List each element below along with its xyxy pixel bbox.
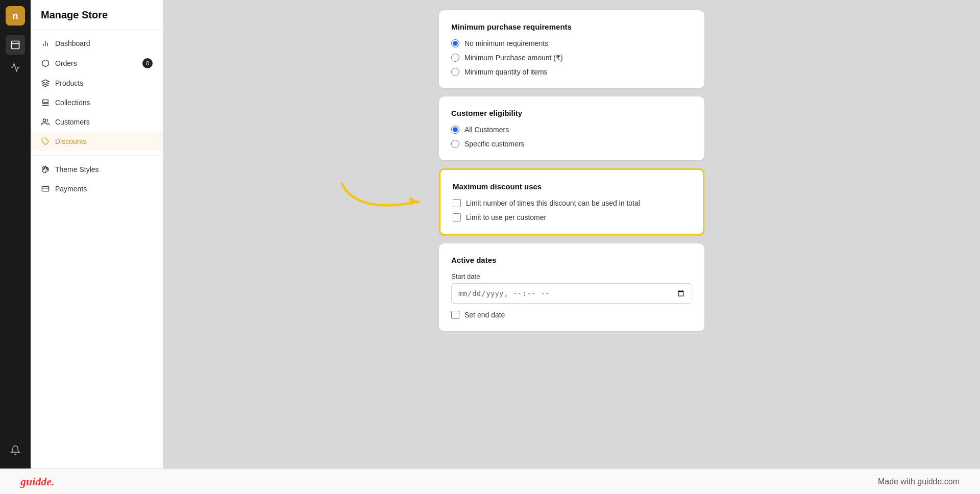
radio-specific-customers[interactable]: Specific customers [451, 140, 692, 148]
active-dates-title: Active dates [451, 256, 692, 264]
radio-no-min[interactable]: No minimum requirements [451, 39, 692, 47]
radio-min-amount[interactable]: Minimum Purchase amount (₹) [451, 54, 692, 62]
radio-min-qty-input[interactable] [451, 68, 459, 76]
start-date-input[interactable] [451, 283, 692, 304]
checkbox-limit-total-input[interactable] [453, 199, 461, 207]
svg-rect-9 [42, 186, 48, 191]
sidebar-item-theme-styles[interactable]: Theme Styles [31, 160, 163, 179]
radio-no-min-input[interactable] [451, 39, 459, 47]
orders-badge: 0 [142, 58, 153, 68]
start-date-label: Start date [451, 273, 692, 280]
minimum-purchase-options: No minimum requirements Minimum Purchase… [451, 39, 692, 76]
max-discount-checkboxes: Limit number of times this discount can … [453, 199, 691, 221]
sidebar-nav: Dashboard Orders 0 Products [31, 30, 163, 472]
stack-icon [41, 98, 50, 107]
max-discount-title: Maximum discount uses [453, 182, 691, 191]
palette-icon [41, 165, 50, 174]
main-content: Minimum purchase requirements No minimum… [163, 0, 980, 494]
minimum-purchase-card: Minimum purchase requirements No minimum… [439, 10, 704, 88]
app-logo[interactable]: n [6, 6, 25, 26]
radio-min-amount-input[interactable] [451, 54, 459, 62]
checkbox-limit-per-customer-input[interactable] [453, 213, 461, 221]
customer-eligibility-options: All Customers Specific customers [451, 126, 692, 148]
icon-bar-store[interactable] [6, 35, 25, 55]
card-icon [41, 184, 50, 193]
sidebar-item-customers[interactable]: Customers [31, 112, 163, 132]
checkbox-set-end-date[interactable]: Set end date [451, 311, 692, 319]
radio-all-customers[interactable]: All Customers [451, 126, 692, 134]
bottom-bar: guidde. Made with guidde.com [0, 468, 980, 494]
tag-icon [41, 137, 50, 146]
customer-eligibility-card: Customer eligibility All Customers Speci… [439, 96, 704, 160]
sidebar-item-dashboard[interactable]: Dashboard [31, 34, 163, 53]
guidde-brand: guidde. [20, 475, 55, 488]
sidebar-item-payments[interactable]: Payments [31, 179, 163, 199]
sidebar-item-orders[interactable]: Orders 0 [31, 53, 163, 73]
minimum-purchase-title: Minimum purchase requirements [451, 22, 692, 31]
svg-point-7 [43, 119, 45, 121]
guidde-tagline: Made with guidde.com [878, 477, 960, 486]
customer-eligibility-title: Customer eligibility [451, 109, 692, 117]
svg-marker-5 [42, 80, 48, 83]
icon-bar-analytics[interactable] [6, 58, 25, 77]
sidebar-title: Manage Store [31, 0, 163, 30]
radio-min-qty[interactable]: Minimum quantity of items [451, 68, 692, 76]
people-icon [41, 117, 50, 127]
icon-bar: n [0, 0, 31, 494]
checkbox-limit-per-customer[interactable]: Limit to use per customer [453, 213, 691, 221]
sidebar-divider [31, 155, 163, 156]
sidebar-item-products[interactable]: Products [31, 73, 163, 93]
box-icon [41, 59, 50, 68]
layers-icon [41, 79, 50, 88]
sidebar-item-discounts[interactable]: Discounts [31, 132, 163, 151]
sidebar: Manage Store Dashboard Orders 0 [31, 0, 163, 494]
content-area: Minimum purchase requirements No minimum… [439, 0, 704, 360]
svg-rect-6 [43, 100, 48, 103]
radio-all-customers-input[interactable] [451, 126, 459, 134]
icon-bar-notifications[interactable] [6, 440, 25, 460]
checkbox-set-end-date-input[interactable] [451, 311, 459, 319]
max-discount-card: Maximum discount uses Limit number of ti… [439, 168, 704, 235]
svg-marker-12 [409, 197, 419, 205]
radio-specific-customers-input[interactable] [451, 140, 459, 148]
sidebar-item-collections[interactable]: Collections [31, 93, 163, 112]
svg-rect-0 [12, 41, 19, 49]
active-dates-card: Active dates Start date Set end date [439, 243, 704, 331]
checkbox-limit-total[interactable]: Limit number of times this discount can … [453, 199, 691, 207]
max-discount-section: Maximum discount uses Limit number of ti… [439, 168, 704, 235]
chart-bar-icon [41, 39, 50, 48]
arrow-annotation [327, 174, 439, 214]
